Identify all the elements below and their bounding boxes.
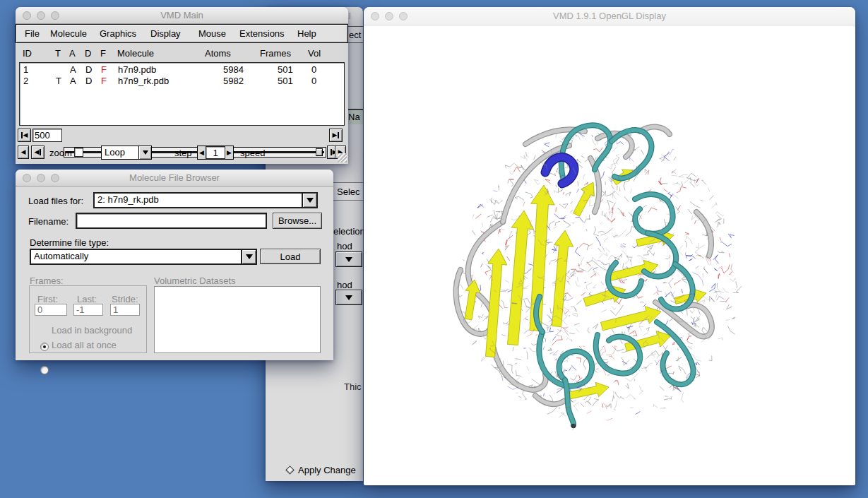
menu-file[interactable]: File <box>25 25 40 42</box>
molecule-file-browser-window[interactable]: Molecule File Browser Load files for: 2:… <box>16 170 333 360</box>
row-molecule-name: h7n9_rk.pdb <box>118 76 169 86</box>
row-id: 2 <box>23 76 28 86</box>
menu-extensions[interactable]: Extensions <box>239 25 285 42</box>
frame-input[interactable] <box>33 129 61 141</box>
bar-icon <box>338 132 339 138</box>
coloring-method-dropdown[interactable] <box>335 251 362 267</box>
row-d-flag[interactable]: D <box>85 76 92 86</box>
molecule-select-dropdown[interactable]: 2: h7n9_rk.pdb <box>93 192 318 208</box>
loop-dropdown[interactable]: Loop <box>101 146 152 160</box>
vmd-main-window[interactable]: VMD Main File Molecule Graphics Display … <box>16 7 348 164</box>
left-arrow-icon: ◀ <box>35 149 40 155</box>
molecule-list: 1 A D F h7n9.pdb 5984 501 0 2 T A D F h7… <box>19 62 345 126</box>
play-reverse-button[interactable]: ◀ <box>18 146 29 159</box>
file-type-dropdown[interactable]: Automatically <box>30 249 257 265</box>
stride-label: Stride: <box>112 294 138 304</box>
close-button[interactable] <box>371 12 379 20</box>
menu-graphics[interactable]: Graphics <box>100 25 136 42</box>
molecule-select-arrow-button[interactable] <box>302 194 316 207</box>
row-vol: 0 <box>311 76 316 86</box>
apply-changes-checkbox[interactable]: Apply Change <box>287 465 356 475</box>
row-frames: 501 <box>278 64 293 75</box>
table-row[interactable]: 2 T A D F h7n9_rk.pdb 5982 501 0 <box>20 76 344 87</box>
col-vol: Vol <box>308 48 321 59</box>
step-increment-button[interactable]: ▶ <box>225 146 233 159</box>
menu-display[interactable]: Display <box>150 25 181 42</box>
chevron-down-icon <box>143 150 148 155</box>
row-id: 1 <box>23 64 28 75</box>
window-title: VMD Main <box>160 10 203 20</box>
menu-help[interactable]: Help <box>297 25 316 42</box>
row-a-flag[interactable]: A <box>70 76 76 86</box>
load-button[interactable]: Load <box>260 249 321 264</box>
molecule-viewport[interactable] <box>364 25 855 485</box>
slider-handle[interactable] <box>316 148 323 156</box>
step-back-button[interactable]: ◀ <box>31 146 44 159</box>
col-t: T <box>55 48 61 59</box>
col-a: A <box>69 48 76 59</box>
selection-tab-fragment: election <box>333 226 365 237</box>
loop-value: Loop <box>102 146 138 159</box>
last-entry[interactable]: -1 <box>73 304 103 316</box>
vmd-main-titlebar[interactable]: VMD Main <box>16 7 348 24</box>
load-all-at-once-label: Load all at once <box>52 340 117 350</box>
zoom-button[interactable] <box>399 12 408 20</box>
stride-entry[interactable]: 1 <box>110 304 140 316</box>
close-button[interactable] <box>23 174 31 182</box>
opengl-canvas[interactable] <box>364 25 855 485</box>
apply-changes-label: Apply Change <box>298 465 356 475</box>
minimize-button[interactable] <box>37 174 45 182</box>
row-d-flag[interactable]: D <box>85 64 92 75</box>
zoom-label: zoom <box>49 148 72 158</box>
jump-to-start-button[interactable]: ◀ <box>18 129 31 142</box>
load-all-at-once-radio[interactable] <box>40 366 49 374</box>
opengl-display-window[interactable]: VMD 1.9.1 OpenGL Display <box>364 7 855 485</box>
molecule-select-value: 2: h7n9_rk.pdb <box>95 194 302 207</box>
row-f-flag[interactable]: F <box>101 64 107 75</box>
diamond-checkbox-icon <box>285 466 295 475</box>
col-molecule: Molecule <box>117 48 154 59</box>
loop-dropdown-button[interactable] <box>138 146 151 159</box>
filename-entry[interactable] <box>76 213 267 229</box>
minimize-button[interactable] <box>37 11 45 20</box>
volumetric-datasets-list[interactable] <box>154 286 321 353</box>
filename-label: Filename: <box>28 216 69 227</box>
opengl-titlebar[interactable]: VMD 1.9.1 OpenGL Display <box>364 7 855 25</box>
step-decrement-button[interactable]: ◀ <box>198 146 206 159</box>
selected-molecule-fragment: ect <box>349 30 361 40</box>
file-browser-titlebar[interactable]: Molecule File Browser <box>16 170 333 186</box>
row-t-flag[interactable]: T <box>56 76 61 86</box>
window-title: Molecule File Browser <box>129 172 220 183</box>
table-row[interactable]: 1 A D F h7n9.pdb 5984 501 0 <box>20 64 344 76</box>
menu-molecule[interactable]: Molecule <box>50 25 87 42</box>
jump-to-end-button[interactable]: ▶ <box>329 129 343 142</box>
step-label: step <box>174 148 192 158</box>
zoom-button[interactable] <box>51 11 59 20</box>
left-arrow-icon: ◀ <box>21 149 26 155</box>
filename-input[interactable] <box>77 214 266 227</box>
frames-section-label: Frames: <box>30 275 64 286</box>
drawing-method-dropdown[interactable] <box>335 290 362 305</box>
step-value[interactable]: 1 <box>206 146 225 159</box>
zoom-button[interactable] <box>51 174 59 182</box>
row-a-flag[interactable]: A <box>70 64 76 75</box>
speed-label: speed <box>240 148 265 158</box>
file-type-value: Automatically <box>31 250 241 263</box>
load-in-background-radio[interactable] <box>40 343 49 351</box>
bar-icon <box>21 132 23 138</box>
drawing-method-label-fragment: hod <box>337 280 352 290</box>
file-type-arrow-button[interactable] <box>241 250 256 263</box>
minimize-button[interactable] <box>385 12 393 20</box>
load-files-for-label: Load files for: <box>28 196 83 206</box>
stride-value: 1 <box>113 304 118 315</box>
col-atoms: Atoms <box>205 48 231 59</box>
first-entry[interactable]: 0 <box>35 304 67 316</box>
browse-button[interactable]: Browse... <box>273 213 322 229</box>
resize-grip[interactable] <box>338 153 347 162</box>
menu-mouse[interactable]: Mouse <box>198 25 226 42</box>
row-f-flag[interactable]: F <box>101 76 107 86</box>
frame-entry[interactable] <box>32 129 62 142</box>
zoom-checkbox[interactable] <box>74 148 83 157</box>
close-button[interactable] <box>23 11 31 20</box>
chevron-down-icon <box>345 257 352 262</box>
